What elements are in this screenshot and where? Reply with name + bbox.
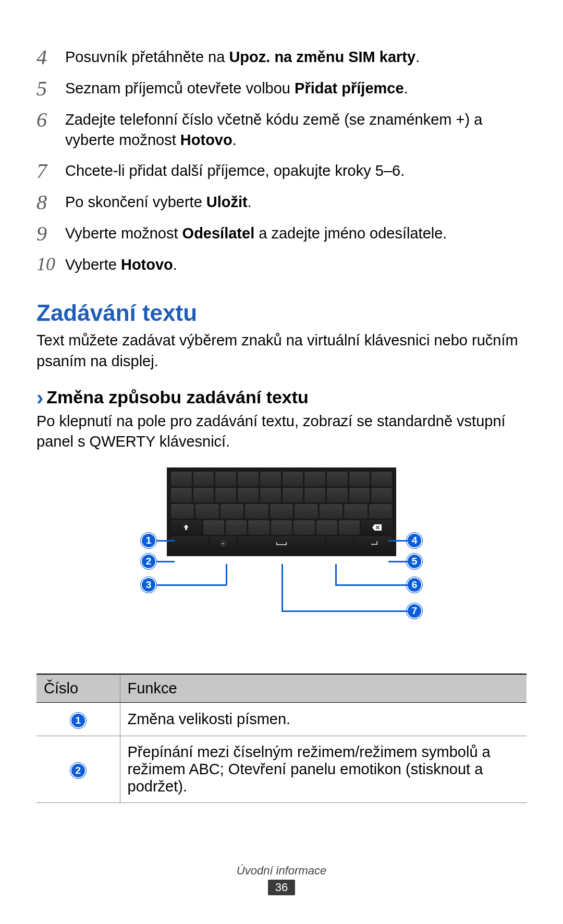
section-heading: Zadávání textu: [36, 300, 527, 326]
step-number: 10: [36, 255, 65, 273]
footer: Úvodní informace 36: [0, 864, 563, 895]
shift-key: [171, 520, 202, 535]
step-number: 9: [36, 223, 65, 244]
step-item: 5Seznam příjemců otevřete volbou Přidat …: [36, 78, 527, 99]
callout-6: 6: [407, 577, 422, 593]
mode-key: [171, 536, 209, 551]
function-text: Změna velikosti písmen.: [120, 702, 527, 736]
number-badge: 2: [70, 763, 86, 778]
callout-2: 2: [141, 554, 156, 569]
th-number: Číslo: [36, 674, 120, 703]
function-table: Číslo Funkce 1Změna velikosti písmen.2Př…: [36, 674, 527, 803]
callout-3: 3: [141, 577, 156, 593]
subsection-text: Po klepnutí na pole pro zadávání textu, …: [36, 411, 527, 452]
step-text: Chcete-li přidat další příjemce, opakujt…: [65, 161, 527, 181]
step-item: 8Po skončení vyberte Uložit.: [36, 192, 527, 213]
step-item: 7Chcete-li přidat další příjemce, opakuj…: [36, 161, 527, 182]
chevron-icon: ›: [36, 387, 43, 408]
step-text: Po skončení vyberte Uložit.: [65, 192, 527, 212]
keyboard-image: [167, 467, 396, 556]
subsection-heading-text: Změna způsobu zadávání textu: [46, 387, 309, 407]
dot-key: [327, 536, 353, 551]
section-text: Text můžete zadávat výběrem znaků na vir…: [36, 330, 527, 371]
table-body: 1Změna velikosti písmen.2Přepínání mezi …: [36, 702, 527, 802]
svg-point-0: [222, 543, 224, 544]
enter-key: [354, 536, 392, 551]
space-key: [238, 536, 326, 551]
step-number: 6: [36, 110, 65, 130]
step-number: 5: [36, 78, 65, 99]
table-row: 2Přepínání mezi číselným režimem/režimem…: [36, 736, 527, 802]
step-item: 4Posuvník přetáhněte na Upoz. na změnu S…: [36, 47, 527, 68]
backspace-key: [361, 520, 392, 535]
function-text: Přepínání mezi číselným režimem/režimem …: [120, 736, 527, 802]
callout-4: 4: [407, 533, 422, 548]
callout-1: 1: [141, 533, 156, 548]
step-text: Vyberte možnost Odesílatel a zadejte jmé…: [65, 223, 527, 244]
step-item: 9Vyberte možnost Odesílatel a zadejte jm…: [36, 223, 527, 244]
step-item: 10Vyberte Hotovo.: [36, 255, 527, 275]
subsection-heading: › Změna způsobu zadávání textu: [36, 387, 527, 408]
step-number: 8: [36, 192, 65, 213]
step-text: Vyberte Hotovo.: [65, 255, 527, 275]
callout-7: 7: [407, 603, 422, 619]
step-text: Seznam příjemců otevřete volbou Přidat p…: [65, 78, 527, 99]
callout-5: 5: [407, 554, 422, 569]
step-number: 4: [36, 47, 65, 68]
table-row: 1Změna velikosti písmen.: [36, 702, 527, 736]
number-badge: 1: [70, 713, 86, 728]
step-number: 7: [36, 161, 65, 182]
footer-text: Úvodní informace: [0, 864, 563, 878]
th-function: Funkce: [120, 674, 527, 703]
keyboard-figure: 1 2 3 4 5 6 7: [36, 467, 527, 655]
step-item: 6Zadejte telefonní číslo včetně kódu zem…: [36, 110, 527, 150]
step-text: Zadejte telefonní číslo včetně kódu země…: [65, 110, 527, 150]
step-text: Posuvník přetáhněte na Upoz. na změnu SI…: [65, 47, 527, 67]
step-list: 4Posuvník přetáhněte na Upoz. na změnu S…: [36, 47, 527, 275]
page-number: 36: [268, 880, 295, 895]
settings-key: [210, 536, 236, 551]
